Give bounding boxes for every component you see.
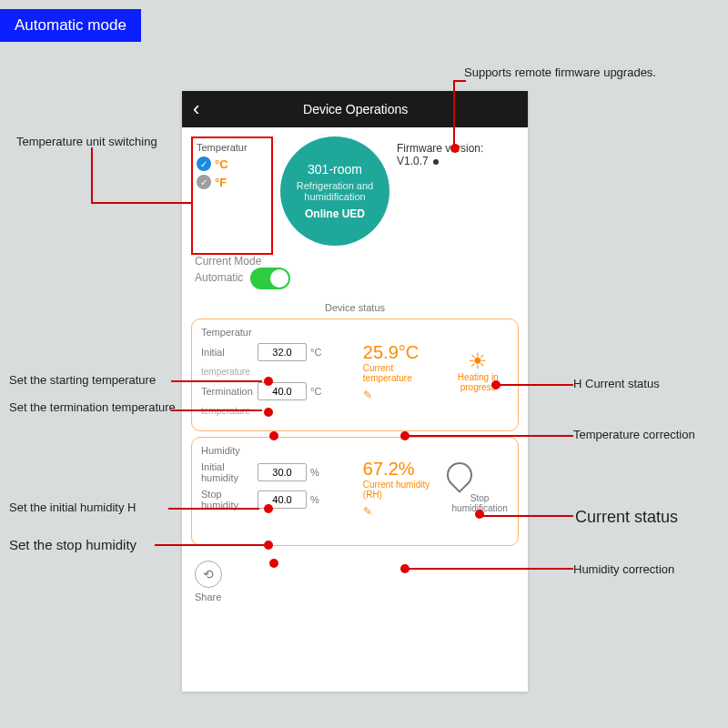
temp-unit-switch[interactable]: Temperatur ✓ °C ✓ °F [191,136,273,255]
mode-banner: Automatic mode [0,9,141,42]
ann-h-status: H Current status [573,377,660,390]
hum-edit-icon[interactable]: ✎ [363,505,438,518]
temp-card-title: Temperatur [201,327,363,338]
unit-f-label: °F [215,176,227,189]
ann-init-hum: Set the initial humidity H [9,500,182,514]
online-status: Online UED [280,207,389,220]
temperature-card: Temperatur Initial °C temperature Termin… [191,318,519,431]
initial-hum-input[interactable] [258,463,307,481]
title-bar: ‹ Device Operations [182,91,528,127]
humidity-card: Humidity Initial humidity % Stop humidit… [191,437,519,546]
radio-unselected-icon: ✓ [197,175,211,189]
current-temp-value: 25.9°C [363,342,435,363]
current-mode-row: Current Mode Automatic [182,255,528,297]
unit-option-f[interactable]: ✓ °F [197,175,268,189]
ann-unit-switch: Temperature unit switching [16,135,171,148]
current-mode-label: Current Mode [195,255,519,268]
page-title: Device Operations [210,102,528,116]
share-label: Share [195,592,221,602]
initial-temp-label: Initial [201,347,254,358]
current-hum-value: 67.2% [363,459,438,480]
stop-hum-unit: % [310,494,319,505]
mode-toggle[interactable] [250,268,290,289]
device-bubble: 301-room Refrigeration and humidificatio… [280,136,389,246]
drop-icon [442,457,479,493]
term-temp-unit: °C [310,386,321,397]
initial-hum-unit: % [310,467,319,478]
share-icon[interactable]: ⟲ [195,561,222,588]
ann-temp-corr: Temperature correction [573,428,695,441]
term-temp-label: Termination [201,386,254,397]
back-icon[interactable]: ‹ [182,99,210,119]
sun-icon: ☀ [443,350,512,372]
initial-temp-sub: temperature [201,367,363,377]
room-name: 301-room [280,162,389,177]
firmware-block: Firmware version: V1.0.7 [397,136,483,255]
temp-edit-icon[interactable]: ✎ [363,389,435,401]
current-hum-label: Current humidity (RH) [363,480,438,500]
current-mode-value: Automatic [195,271,243,284]
ann-term-temp: Set the termination temperature [9,400,182,414]
initial-hum-label: Initial humidity [201,461,254,483]
device-screen: ‹ Device Operations Temperatur ✓ °C ✓ °F… [182,91,528,692]
unit-c-label: °C [215,157,228,171]
radio-selected-icon: ✓ [197,157,211,171]
device-status-header: Device status [182,302,528,313]
ann-cur-status: Current status [575,508,678,527]
heating-state: Heating in progress [443,372,512,392]
initial-temp-input[interactable] [258,343,307,361]
unit-option-c[interactable]: ✓ °C [197,157,268,171]
initial-temp-unit: °C [310,347,321,358]
firmware-version: V1.0.7 [397,155,429,167]
firmware-label: Firmware version: [397,142,483,155]
hum-card-title: Humidity [201,445,363,456]
current-temp-label: Current temperature [363,363,435,383]
temp-unit-label: Temperatur [197,142,268,153]
ann-start-temp: Set the starting temperature [9,373,182,387]
device-mode-desc: Refrigeration and humidification [280,180,389,202]
ann-hum-corr: Humidity correction [573,562,674,576]
ann-firmware: Supports remote firmware upgrades. [464,66,701,79]
firmware-dot-icon [433,159,439,165]
